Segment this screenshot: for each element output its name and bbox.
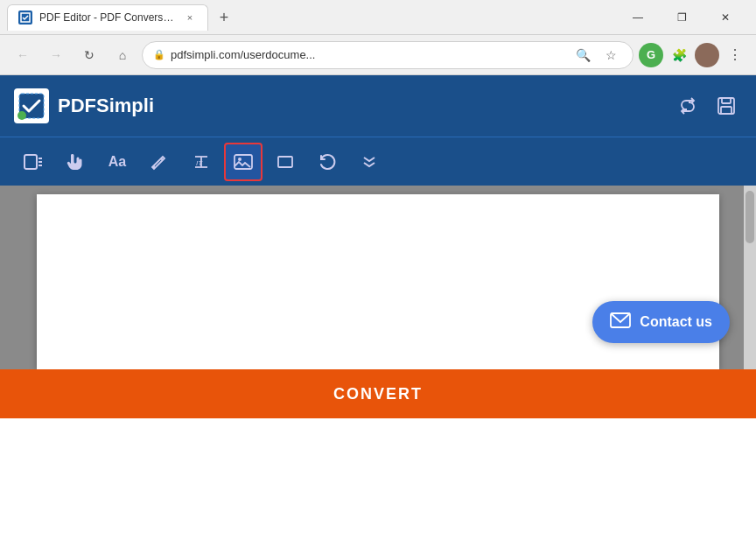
search-address-button[interactable]: 🔍 xyxy=(571,44,594,67)
window-controls: — ❐ ✕ xyxy=(618,4,746,32)
toolbar: Aa IT xyxy=(0,137,756,186)
g-extension-button[interactable]: G xyxy=(639,43,663,67)
address-bar-row: ← → ↻ ⌂ 🔒 pdfsimpli.com/userdocume... 🔍 … xyxy=(0,35,756,75)
address-text: pdfsimpli.com/userdocume... xyxy=(171,48,566,61)
svg-rect-16 xyxy=(278,157,292,167)
vertical-scrollbar[interactable] xyxy=(744,186,756,369)
browser-menu-button[interactable]: ⋮ xyxy=(723,43,747,67)
tab-title: PDF Editor - PDF Conversion Mac xyxy=(39,11,176,24)
convert-button[interactable]: CONVERT xyxy=(0,385,756,403)
image-tool[interactable] xyxy=(224,143,262,181)
svg-rect-5 xyxy=(721,107,732,114)
extension-icons: G 🧩 ⋮ xyxy=(639,43,747,67)
browser-titlebar: PDF Editor - PDF Conversion Mac × + — ❐ … xyxy=(0,0,756,35)
address-bar[interactable]: 🔒 pdfsimpli.com/userdocume... 🔍 ☆ xyxy=(142,41,634,69)
hand-tool[interactable] xyxy=(56,143,94,181)
back-button[interactable]: ← xyxy=(9,41,37,69)
contact-us-button[interactable]: Contact us xyxy=(592,301,730,343)
home-button[interactable]: ⌂ xyxy=(108,41,136,69)
reload-button[interactable]: ↻ xyxy=(75,41,103,69)
app-header: PDFSimpli xyxy=(0,75,756,137)
restore-button[interactable]: ❐ xyxy=(662,4,702,32)
svg-rect-6 xyxy=(24,155,37,169)
back-tool[interactable] xyxy=(14,143,52,181)
scrollbar-thumb[interactable] xyxy=(746,191,754,243)
convert-bar: CONVERT xyxy=(0,369,756,418)
tab-favicon xyxy=(18,11,32,25)
undo-tool[interactable] xyxy=(308,143,346,181)
bookmark-button[interactable]: ☆ xyxy=(599,44,622,67)
close-button[interactable]: ✕ xyxy=(705,4,746,32)
text-tool[interactable]: Aa xyxy=(98,143,136,181)
profile-button[interactable] xyxy=(695,43,719,67)
new-tab-button[interactable]: + xyxy=(212,6,236,31)
contact-us-label: Contact us xyxy=(640,314,712,330)
logo-area: PDFSimpli xyxy=(14,88,154,123)
minimize-button[interactable]: — xyxy=(618,4,658,32)
save-button[interactable] xyxy=(710,90,742,122)
svg-text:IT: IT xyxy=(196,159,203,167)
puzzle-extension-button[interactable]: 🧩 xyxy=(667,43,691,67)
browser-tab[interactable]: PDF Editor - PDF Conversion Mac × xyxy=(7,4,208,31)
email-icon xyxy=(610,312,631,333)
more-tools-button[interactable] xyxy=(350,143,388,181)
status-dot xyxy=(18,111,26,120)
tab-close-button[interactable]: × xyxy=(183,11,197,25)
share-button[interactable] xyxy=(672,90,704,122)
header-right-buttons xyxy=(672,90,742,122)
logo-icon xyxy=(14,88,49,123)
forward-button[interactable]: → xyxy=(42,41,70,69)
svg-rect-4 xyxy=(722,98,731,103)
svg-point-15 xyxy=(238,158,242,161)
shape-tool[interactable] xyxy=(266,143,304,181)
app-logo-text: PDFSimpli xyxy=(58,95,154,117)
lock-icon: 🔒 xyxy=(153,49,165,60)
insert-text-tool[interactable]: IT xyxy=(182,143,220,181)
edit-tool[interactable] xyxy=(140,143,178,181)
main-content: CONVERT Contact us xyxy=(0,186,756,418)
document-page xyxy=(37,194,719,369)
